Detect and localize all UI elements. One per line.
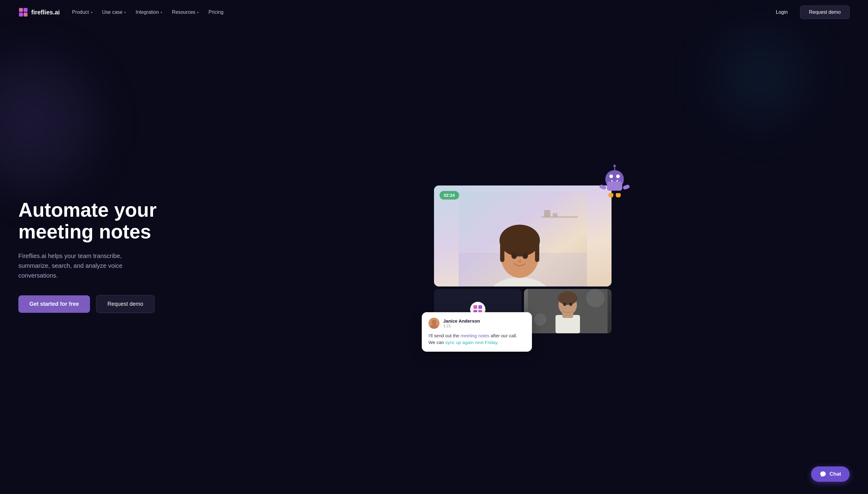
svg-point-17: [518, 260, 522, 263]
svg-point-26: [586, 289, 604, 307]
hero-title: Automate your meeting notes: [18, 199, 177, 242]
svg-rect-3: [23, 13, 27, 17]
nav-actions: Login Request demo: [770, 5, 850, 19]
svg-point-19: [431, 320, 437, 325]
svg-point-31: [558, 291, 578, 305]
hero-buttons: Get started for free Request demo: [18, 295, 177, 313]
chat-widget-label: Chat: [829, 471, 841, 477]
get-started-button[interactable]: Get started for free: [18, 296, 90, 313]
nav-item-resources[interactable]: Resources ▾: [172, 10, 199, 15]
svg-point-16: [522, 253, 528, 259]
avatar: [428, 318, 440, 329]
chevron-down-icon: ▾: [197, 11, 199, 14]
svg-rect-7: [553, 213, 557, 217]
chat-user-info: Janice Anderson 1:21: [428, 318, 525, 329]
chat-bubble: Janice Anderson 1:21 I'll send out the m…: [422, 312, 532, 352]
logo-icon: [18, 7, 28, 17]
svg-point-27: [534, 314, 546, 326]
svg-rect-22: [478, 305, 482, 309]
svg-rect-21: [474, 305, 477, 309]
chat-icon: [819, 471, 826, 477]
request-demo-nav-button[interactable]: Request demo: [800, 5, 850, 19]
hero-subtitle: Fireflies.ai helps your team transcribe,…: [18, 251, 153, 280]
robot-mascot: [599, 170, 630, 204]
svg-rect-6: [544, 210, 550, 217]
chat-user-name: Janice Anderson: [443, 318, 480, 324]
svg-rect-2: [19, 13, 23, 17]
nav-item-product[interactable]: Product ▾: [72, 10, 92, 15]
nav-item-use-case[interactable]: Use case ▾: [102, 10, 126, 15]
svg-rect-1: [23, 8, 27, 12]
chevron-down-icon: ▾: [91, 11, 93, 14]
nav-item-pricing[interactable]: Pricing: [208, 10, 224, 15]
chat-widget[interactable]: Chat: [811, 467, 850, 482]
brand-name: fireflies.ai: [31, 9, 60, 16]
hero-content: Automate your meeting notes Fireflies.ai…: [18, 199, 177, 313]
hero-section: Automate your meeting notes Fireflies.ai…: [0, 24, 868, 494]
svg-rect-14: [535, 241, 539, 262]
svg-rect-0: [19, 8, 23, 12]
svg-point-32: [563, 302, 566, 306]
svg-point-33: [569, 302, 572, 306]
video-container: 02:24 Janice Anderson 1:21: [434, 186, 612, 333]
request-demo-hero-button[interactable]: Request demo: [96, 295, 155, 313]
chat-timestamp: 1:21: [443, 324, 480, 328]
chevron-down-icon: ▾: [124, 11, 126, 14]
svg-point-12: [500, 225, 540, 256]
person-svg: [459, 192, 587, 286]
chevron-down-icon: ▾: [161, 11, 162, 14]
logo[interactable]: fireflies.ai: [18, 7, 60, 17]
video-timer: 02:24: [440, 191, 459, 200]
main-video-panel: 02:24: [434, 186, 612, 286]
nav-menu: Product ▾ Use case ▾ Integration ▾ Resou…: [72, 10, 224, 15]
svg-rect-13: [500, 241, 504, 262]
nav-item-integration[interactable]: Integration ▾: [136, 10, 162, 15]
navbar: fireflies.ai Product ▾ Use case ▾ Integr…: [0, 0, 868, 24]
hero-visual: 02:24 Janice Anderson 1:21: [196, 179, 850, 333]
participant-video: [524, 289, 612, 333]
chat-message: I'll send out the meeting notes after ou…: [428, 332, 525, 346]
svg-point-15: [512, 253, 517, 259]
login-button[interactable]: Login: [770, 6, 794, 18]
